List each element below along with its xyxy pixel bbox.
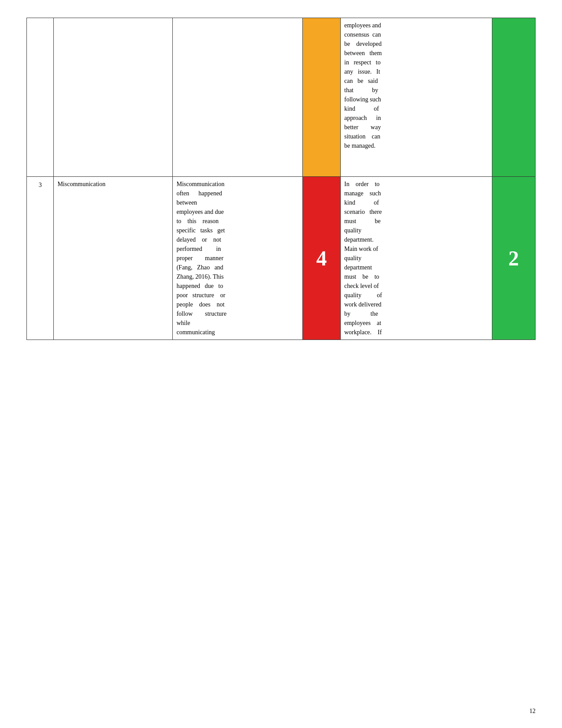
cell-desc-empty (173, 18, 303, 177)
cell-num-3: 3 (27, 177, 54, 340)
cell-solution-top: employees and consensus can be developed… (341, 18, 492, 177)
cell-num-empty (27, 18, 54, 177)
cell-problem-3: Miscommunication (54, 177, 173, 340)
cell-description-3: Miscommunication often happened between … (173, 177, 303, 340)
table-row-3: 3 Miscommunication Miscommunication ofte… (27, 177, 536, 340)
rank-number-2: 2 (496, 243, 532, 274)
page-number: 12 (529, 708, 536, 715)
cell-rank-green-empty (492, 18, 535, 177)
cell-priority-red-4: 4 (303, 177, 341, 340)
cell-rank-green-2: 2 (492, 177, 535, 340)
main-table: employees and consensus can be developed… (26, 18, 536, 340)
priority-number-4: 4 (306, 243, 337, 274)
table-row: employees and consensus can be developed… (27, 18, 536, 177)
cell-problem-empty (54, 18, 173, 177)
cell-solution-3: In order to manage such kind of scenario… (341, 177, 492, 340)
page-container: employees and consensus can be developed… (0, 0, 562, 728)
cell-priority-orange-empty (303, 18, 341, 177)
row-number: 3 (39, 182, 42, 188)
